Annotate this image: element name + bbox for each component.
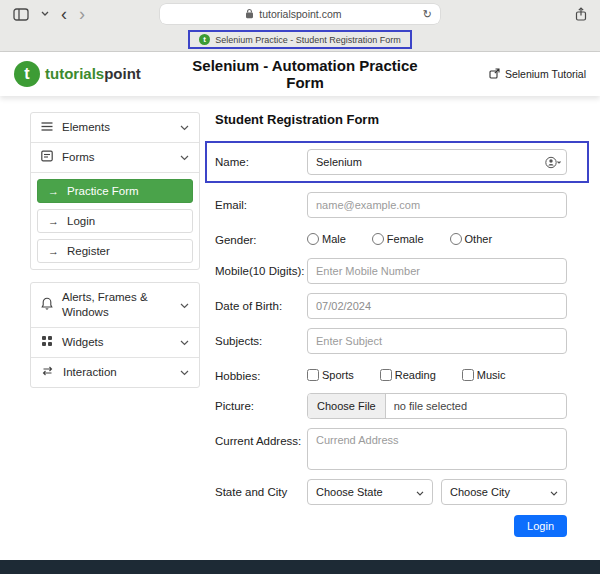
forward-icon[interactable]: › xyxy=(76,4,88,24)
name-row: Name: xyxy=(215,149,579,175)
chevron-down-icon xyxy=(550,486,558,498)
tutorialspoint-logo[interactable]: t tutorialspoint xyxy=(14,61,174,87)
city-select-value: Choose City xyxy=(450,486,510,498)
chevron-down-icon xyxy=(416,486,424,498)
gender-radio-female[interactable] xyxy=(372,233,384,245)
sidebar-card-top: Elements Forms → xyxy=(30,112,200,270)
chevron-down-icon xyxy=(180,121,189,133)
share-icon[interactable] xyxy=(572,5,590,23)
screen: ‹ › tutorialspoint.com ↻ t xyxy=(0,0,600,574)
gender-option-other[interactable]: Other xyxy=(450,233,493,245)
gender-radio-male[interactable] xyxy=(307,233,319,245)
name-input-wrap xyxy=(307,149,567,175)
gender-options: Male Female Other xyxy=(307,227,492,245)
subjects-row: Subjects: xyxy=(215,328,585,354)
gender-row: Gender: Male Female Other xyxy=(215,227,585,249)
hobby-option-reading[interactable]: Reading xyxy=(380,369,436,381)
sidebar-item-label: Interaction xyxy=(63,365,171,380)
email-label: Email: xyxy=(215,192,307,214)
back-icon[interactable]: ‹ xyxy=(58,4,70,24)
sidebar-item-elements[interactable]: Elements xyxy=(31,113,199,143)
toolbar-right xyxy=(440,5,590,23)
email-field[interactable] xyxy=(307,192,567,218)
sidebar-item-forms[interactable]: Forms xyxy=(31,143,199,173)
dob-row: Date of Birth: xyxy=(215,293,585,319)
menu-icon xyxy=(41,121,53,133)
sidebar-item-alerts-frames-windows[interactable]: Alerts, Frames & Windows xyxy=(31,283,199,328)
forms-submenu: → Practice Form → Login → Register xyxy=(31,173,199,269)
sidebar-item-label: Widgets xyxy=(62,335,171,350)
active-tab[interactable]: t Selenium Practice - Student Registrati… xyxy=(188,30,412,49)
sidebar-chevron-down-icon[interactable] xyxy=(38,9,52,19)
hobbies-row: Hobbies: Sports Reading Music xyxy=(215,363,585,385)
mobile-field[interactable] xyxy=(307,258,567,284)
address-bar[interactable]: tutorialspoint.com ↻ xyxy=(160,4,440,24)
sidebar-card-bottom: Alerts, Frames & Windows Widgets xyxy=(30,282,200,388)
sidebar-item-practice-form[interactable]: → Practice Form xyxy=(37,179,193,203)
chevron-down-icon xyxy=(180,299,189,311)
login-button[interactable]: Login xyxy=(514,515,567,537)
dob-field[interactable] xyxy=(307,293,567,319)
dob-label: Date of Birth: xyxy=(215,293,307,315)
browser-toolbar: ‹ › tutorialspoint.com ↻ xyxy=(0,0,600,28)
state-select-value: Choose State xyxy=(316,486,383,498)
autofill-contact-icon[interactable] xyxy=(545,155,562,173)
gender-radio-other[interactable] xyxy=(450,233,462,245)
address-field[interactable] xyxy=(307,428,567,470)
logo-text-light: point xyxy=(104,65,141,82)
name-input[interactable] xyxy=(307,149,567,175)
page-title: Selenium - Automation Practice Form xyxy=(174,57,436,91)
sidebar-item-label: Alerts, Frames & Windows xyxy=(62,290,171,320)
reload-icon[interactable]: ↻ xyxy=(421,8,434,21)
sidebar-item-interaction[interactable]: Interaction xyxy=(31,358,199,387)
interaction-arrows-icon xyxy=(41,366,54,378)
hobby-option-music[interactable]: Music xyxy=(462,369,506,381)
picture-row: Picture: Choose File no file selected xyxy=(215,393,585,419)
gender-option-female[interactable]: Female xyxy=(372,233,424,245)
arrow-right-icon: → xyxy=(48,245,59,257)
hobby-checkbox-sports[interactable] xyxy=(307,369,319,381)
address-label: Current Address: xyxy=(215,428,307,450)
subjects-field[interactable] xyxy=(307,328,567,354)
address-bar-center: tutorialspoint.com xyxy=(166,5,421,23)
chevron-down-icon xyxy=(180,366,189,378)
hobby-checkbox-reading[interactable] xyxy=(380,369,392,381)
arrow-right-icon: → xyxy=(48,185,59,197)
selenium-tutorial-link[interactable]: Selenium Tutorial xyxy=(436,68,586,81)
sidebar-item-widgets[interactable]: Widgets xyxy=(31,328,199,358)
main-content: Elements Forms → xyxy=(0,96,600,560)
hobbies-options: Sports Reading Music xyxy=(307,363,506,381)
gender-option-male[interactable]: Male xyxy=(307,233,346,245)
mobile-label: Mobile(10 Digits): xyxy=(215,258,307,280)
subjects-label: Subjects: xyxy=(215,328,307,350)
state-select[interactable]: Choose State xyxy=(307,479,433,505)
state-city-label: State and City xyxy=(215,479,307,501)
picture-file-input[interactable]: Choose File no file selected xyxy=(307,393,567,419)
sidebar-item-register[interactable]: → Register xyxy=(37,239,193,263)
logo-text-bold: tutorials xyxy=(45,65,104,82)
address-row: Current Address: xyxy=(215,428,585,470)
chevron-down-icon xyxy=(180,151,189,163)
widgets-icon xyxy=(41,335,53,349)
sidebar-item-label: Elements xyxy=(62,120,171,135)
selenium-tutorial-label: Selenium Tutorial xyxy=(505,68,586,80)
logo-text: tutorialspoint xyxy=(45,65,141,83)
choose-file-button[interactable]: Choose File xyxy=(308,394,386,418)
lock-icon xyxy=(245,5,254,23)
city-select[interactable]: Choose City xyxy=(441,479,567,505)
sidebar-item-login[interactable]: → Login xyxy=(37,209,193,233)
name-label: Name: xyxy=(215,149,307,171)
url-text: tutorialspoint.com xyxy=(259,8,341,20)
hobby-option-sports[interactable]: Sports xyxy=(307,369,354,381)
form-title: Student Registration Form xyxy=(215,112,585,127)
site-header: t tutorialspoint Selenium - Automation P… xyxy=(0,52,600,96)
state-city-selects: Choose State Choose City xyxy=(307,479,567,505)
chevron-down-icon xyxy=(180,336,189,348)
gender-option-label: Female xyxy=(387,233,424,245)
page-footer xyxy=(0,560,600,574)
submit-row: Login xyxy=(215,515,567,537)
hobby-option-label: Music xyxy=(477,369,506,381)
sidebar-toggle-icon[interactable] xyxy=(10,6,32,23)
sidebar-item-label: Register xyxy=(67,245,110,257)
hobby-checkbox-music[interactable] xyxy=(462,369,474,381)
